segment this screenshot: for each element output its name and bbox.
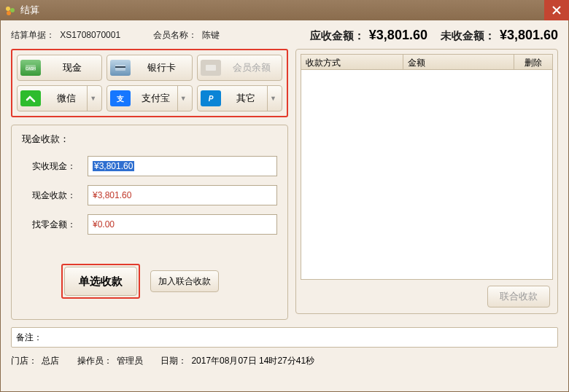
remark-label: 备注： xyxy=(16,332,42,344)
order-no: XS1708070001 xyxy=(60,30,120,40)
col-delete: 删除 xyxy=(514,55,552,69)
svg-point-2 xyxy=(7,11,11,15)
pay-member-label: 会员余额 xyxy=(225,61,279,74)
add-combined-button[interactable]: 加入联合收款 xyxy=(150,270,219,292)
pay-alipay-label: 支付宝 xyxy=(135,92,177,105)
order-label: 结算单据： xyxy=(11,30,55,40)
app-icon xyxy=(4,4,16,16)
pay-wechat-button[interactable]: 微信 ▼ xyxy=(17,85,102,111)
pay-alipay-button[interactable]: 支 支付宝 ▼ xyxy=(107,85,192,111)
single-collect-button[interactable]: 单选收款 xyxy=(64,267,137,296)
collect-panel: 收款方式 金额 删除 联合收款 xyxy=(295,49,558,314)
pay-member-button[interactable]: 会员余额 xyxy=(197,55,282,81)
remark-row: 备注： xyxy=(11,327,558,348)
alipay-icon: 支 xyxy=(110,90,131,106)
other-pay-icon: P xyxy=(201,90,221,106)
pay-cash-label: 现金 xyxy=(45,61,98,74)
svg-text:支: 支 xyxy=(116,95,124,103)
svg-rect-7 xyxy=(206,65,216,71)
member-balance-icon xyxy=(201,60,221,76)
col-method: 收款方式 xyxy=(301,55,403,69)
collect-table-body xyxy=(301,70,553,280)
change-label: 找零金额： xyxy=(32,219,88,231)
pay-bank-button[interactable]: 银行卡 xyxy=(107,55,192,81)
chevron-down-icon[interactable]: ▼ xyxy=(87,86,98,111)
header-info: 结算单据： XS1708070001 会员名称： 陈键 应收金额： ¥3,801… xyxy=(1,20,568,49)
cash-collect-input[interactable]: ¥3,801.60 xyxy=(88,185,277,205)
date-value: 2017年08月07日 14时27分41秒 xyxy=(191,356,314,366)
operator-label: 操作员： xyxy=(77,356,112,366)
combined-collect-button[interactable]: 联合收款 xyxy=(487,286,550,307)
payment-methods-group: CASH 现金 银行卡 会员余额 微信 ▼ 支 支 xyxy=(11,49,288,117)
cash-icon: CASH xyxy=(20,60,41,76)
cash-collect-value: ¥3,801.60 xyxy=(93,190,131,200)
collect-table-header: 收款方式 金额 删除 xyxy=(301,54,553,70)
actual-cash-value: ¥3,801.60 xyxy=(93,161,134,171)
wechat-icon xyxy=(20,90,41,106)
store-value: 总店 xyxy=(42,356,59,366)
change-input[interactable]: ¥0.00 xyxy=(88,214,277,235)
svg-text:P: P xyxy=(208,95,213,103)
actual-cash-label: 实收现金： xyxy=(32,160,88,173)
titlebar: 结算 xyxy=(0,0,569,20)
member-name: 陈键 xyxy=(202,30,220,40)
pay-other-label: 其它 xyxy=(225,92,267,105)
svg-point-1 xyxy=(10,8,15,12)
change-value: ¥0.00 xyxy=(93,219,115,230)
svg-point-0 xyxy=(6,7,10,11)
chevron-down-icon[interactable]: ▼ xyxy=(267,86,279,111)
member-label: 会员名称： xyxy=(153,30,197,40)
date-label: 日期： xyxy=(160,356,187,366)
pay-wechat-label: 微信 xyxy=(45,92,87,105)
receivable-value: ¥3,801.60 xyxy=(369,28,427,43)
chevron-down-icon[interactable]: ▼ xyxy=(177,86,189,111)
store-label: 门店： xyxy=(11,356,37,366)
cash-panel-title: 现金收款： xyxy=(22,133,277,146)
uncollected-label: 未收金额： xyxy=(441,29,495,43)
actual-cash-input[interactable]: ¥3,801.60 xyxy=(88,156,277,176)
bank-card-icon xyxy=(110,60,131,76)
uncollected-value: ¥3,801.60 xyxy=(500,28,558,43)
cash-collect-label: 现金收款： xyxy=(32,189,88,202)
operator-value: 管理员 xyxy=(117,356,143,366)
pay-bank-label: 银行卡 xyxy=(135,61,188,74)
remark-input[interactable] xyxy=(47,329,553,345)
svg-text:CASH: CASH xyxy=(26,66,36,71)
close-button[interactable] xyxy=(544,0,569,20)
pay-other-button[interactable]: P 其它 ▼ xyxy=(197,85,282,111)
status-bar: 门店：总店 操作员：管理员 日期：2017年08月07日 14时27分41秒 xyxy=(1,348,568,375)
pay-cash-button[interactable]: CASH 现金 xyxy=(17,55,102,81)
svg-rect-6 xyxy=(115,66,125,68)
cash-panel: 现金收款： 实收现金： ¥3,801.60 现金收款： ¥3,801.60 找零… xyxy=(11,125,288,320)
window-title: 结算 xyxy=(20,4,39,17)
col-amount: 金额 xyxy=(403,55,514,69)
receivable-label: 应收金额： xyxy=(310,29,365,43)
